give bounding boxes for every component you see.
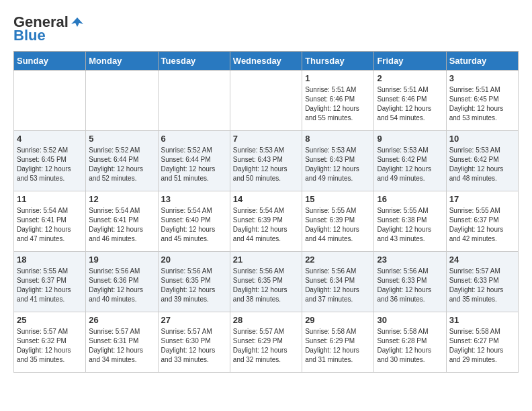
day-info: Sunrise: 5:58 AM Sunset: 6:28 PM Dayligh…: [377, 327, 443, 365]
weekday-header-saturday: Saturday: [446, 52, 518, 71]
day-info: Sunrise: 5:56 AM Sunset: 6:36 PM Dayligh…: [89, 267, 154, 304]
calendar-cell: 6Sunrise: 5:52 AM Sunset: 6:44 PM Daylig…: [158, 131, 230, 191]
day-info: Sunrise: 5:55 AM Sunset: 6:37 PM Dayligh…: [17, 267, 83, 304]
day-info: Sunrise: 5:54 AM Sunset: 6:39 PM Dayligh…: [233, 206, 299, 244]
day-number: 31: [449, 315, 515, 325]
day-info: Sunrise: 5:53 AM Sunset: 6:42 PM Dayligh…: [449, 146, 515, 183]
day-info: Sunrise: 5:52 AM Sunset: 6:44 PM Dayligh…: [89, 146, 154, 183]
calendar-cell: 28Sunrise: 5:57 AM Sunset: 6:29 PM Dayli…: [230, 312, 302, 373]
day-number: 22: [305, 255, 371, 265]
calendar-cell: 19Sunrise: 5:56 AM Sunset: 6:36 PM Dayli…: [86, 252, 158, 312]
calendar-cell: 29Sunrise: 5:58 AM Sunset: 6:29 PM Dayli…: [302, 312, 374, 373]
svg-marker-0: [71, 17, 83, 27]
calendar-cell: 13Sunrise: 5:54 AM Sunset: 6:40 PM Dayli…: [158, 191, 230, 252]
day-number: 1: [305, 73, 371, 83]
day-number: 23: [377, 255, 443, 265]
day-number: 17: [449, 194, 515, 204]
day-info: Sunrise: 5:54 AM Sunset: 6:41 PM Dayligh…: [17, 206, 83, 244]
calendar-cell: 30Sunrise: 5:58 AM Sunset: 6:28 PM Dayli…: [374, 312, 446, 373]
day-number: 7: [233, 134, 299, 144]
calendar-week-row: 11Sunrise: 5:54 AM Sunset: 6:41 PM Dayli…: [14, 191, 519, 252]
day-number: 12: [89, 194, 154, 204]
day-info: Sunrise: 5:51 AM Sunset: 6:46 PM Dayligh…: [305, 85, 371, 123]
day-number: 21: [233, 255, 299, 265]
weekday-header-row: SundayMondayTuesdayWednesdayThursdayFrid…: [14, 52, 519, 71]
day-info: Sunrise: 5:51 AM Sunset: 6:45 PM Dayligh…: [449, 85, 515, 123]
calendar-cell: 2Sunrise: 5:51 AM Sunset: 6:46 PM Daylig…: [374, 71, 446, 131]
day-info: Sunrise: 5:54 AM Sunset: 6:40 PM Dayligh…: [161, 206, 227, 244]
day-info: Sunrise: 5:55 AM Sunset: 6:38 PM Dayligh…: [377, 206, 443, 244]
day-number: 2: [377, 73, 443, 83]
day-number: 10: [449, 134, 515, 144]
day-info: Sunrise: 5:54 AM Sunset: 6:41 PM Dayligh…: [89, 206, 154, 244]
calendar-week-row: 25Sunrise: 5:57 AM Sunset: 6:32 PM Dayli…: [14, 312, 519, 373]
day-number: 5: [89, 134, 154, 144]
calendar-cell: 1Sunrise: 5:51 AM Sunset: 6:46 PM Daylig…: [302, 71, 374, 131]
day-info: Sunrise: 5:53 AM Sunset: 6:43 PM Dayligh…: [233, 146, 299, 183]
day-info: Sunrise: 5:56 AM Sunset: 6:33 PM Dayligh…: [377, 267, 443, 304]
calendar-cell: 7Sunrise: 5:53 AM Sunset: 6:43 PM Daylig…: [230, 131, 302, 191]
day-info: Sunrise: 5:57 AM Sunset: 6:30 PM Dayligh…: [161, 327, 227, 365]
day-info: Sunrise: 5:57 AM Sunset: 6:29 PM Dayligh…: [233, 327, 299, 365]
day-number: 24: [449, 255, 515, 265]
day-info: Sunrise: 5:55 AM Sunset: 6:37 PM Dayligh…: [449, 206, 515, 244]
calendar-cell: 22Sunrise: 5:56 AM Sunset: 6:34 PM Dayli…: [302, 252, 374, 312]
day-number: 15: [305, 194, 371, 204]
day-number: 13: [161, 194, 227, 204]
calendar-cell: 3Sunrise: 5:51 AM Sunset: 6:45 PM Daylig…: [446, 71, 518, 131]
calendar-cell: [86, 71, 158, 131]
calendar-cell: 21Sunrise: 5:56 AM Sunset: 6:35 PM Dayli…: [230, 252, 302, 312]
calendar-cell: 20Sunrise: 5:56 AM Sunset: 6:35 PM Dayli…: [158, 252, 230, 312]
calendar-cell: 11Sunrise: 5:54 AM Sunset: 6:41 PM Dayli…: [14, 191, 86, 252]
day-info: Sunrise: 5:55 AM Sunset: 6:39 PM Dayligh…: [305, 206, 371, 244]
day-info: Sunrise: 5:51 AM Sunset: 6:46 PM Dayligh…: [377, 85, 443, 123]
day-info: Sunrise: 5:56 AM Sunset: 6:34 PM Dayligh…: [305, 267, 371, 304]
calendar-cell: 31Sunrise: 5:58 AM Sunset: 6:27 PM Dayli…: [446, 312, 518, 373]
day-number: 14: [233, 194, 299, 204]
day-number: 16: [377, 194, 443, 204]
calendar-week-row: 18Sunrise: 5:55 AM Sunset: 6:37 PM Dayli…: [14, 252, 519, 312]
calendar-week-row: 4Sunrise: 5:52 AM Sunset: 6:45 PM Daylig…: [14, 131, 519, 191]
day-info: Sunrise: 5:57 AM Sunset: 6:31 PM Dayligh…: [89, 327, 154, 365]
calendar-cell: [158, 71, 230, 131]
day-number: 30: [377, 315, 443, 325]
calendar-cell: 16Sunrise: 5:55 AM Sunset: 6:38 PM Dayli…: [374, 191, 446, 252]
day-info: Sunrise: 5:57 AM Sunset: 6:32 PM Dayligh…: [17, 327, 83, 365]
day-number: 19: [89, 255, 154, 265]
calendar-week-row: 1Sunrise: 5:51 AM Sunset: 6:46 PM Daylig…: [14, 71, 519, 131]
calendar-cell: [14, 71, 86, 131]
day-info: Sunrise: 5:56 AM Sunset: 6:35 PM Dayligh…: [233, 267, 299, 304]
weekday-header-tuesday: Tuesday: [158, 52, 230, 71]
weekday-header-monday: Monday: [86, 52, 158, 71]
day-info: Sunrise: 5:58 AM Sunset: 6:29 PM Dayligh…: [305, 327, 371, 365]
calendar-cell: 5Sunrise: 5:52 AM Sunset: 6:44 PM Daylig…: [86, 131, 158, 191]
day-number: 3: [449, 73, 515, 83]
day-info: Sunrise: 5:56 AM Sunset: 6:35 PM Dayligh…: [161, 267, 227, 304]
day-number: 9: [377, 134, 443, 144]
day-number: 29: [305, 315, 371, 325]
calendar-cell: 18Sunrise: 5:55 AM Sunset: 6:37 PM Dayli…: [14, 252, 86, 312]
weekday-header-sunday: Sunday: [14, 52, 86, 71]
day-number: 26: [89, 315, 154, 325]
calendar-cell: 4Sunrise: 5:52 AM Sunset: 6:45 PM Daylig…: [14, 131, 86, 191]
day-info: Sunrise: 5:53 AM Sunset: 6:43 PM Dayligh…: [305, 146, 371, 183]
calendar-cell: 24Sunrise: 5:57 AM Sunset: 6:33 PM Dayli…: [446, 252, 518, 312]
day-number: 25: [17, 315, 83, 325]
day-info: Sunrise: 5:58 AM Sunset: 6:27 PM Dayligh…: [449, 327, 515, 365]
day-info: Sunrise: 5:57 AM Sunset: 6:33 PM Dayligh…: [449, 267, 515, 304]
calendar-cell: 26Sunrise: 5:57 AM Sunset: 6:31 PM Dayli…: [86, 312, 158, 373]
calendar-cell: 27Sunrise: 5:57 AM Sunset: 6:30 PM Dayli…: [158, 312, 230, 373]
day-info: Sunrise: 5:52 AM Sunset: 6:45 PM Dayligh…: [17, 146, 83, 183]
calendar-cell: 17Sunrise: 5:55 AM Sunset: 6:37 PM Dayli…: [446, 191, 518, 252]
logo: General Blue: [13, 13, 85, 44]
calendar-cell: 10Sunrise: 5:53 AM Sunset: 6:42 PM Dayli…: [446, 131, 518, 191]
day-info: Sunrise: 5:52 AM Sunset: 6:44 PM Dayligh…: [161, 146, 227, 183]
calendar-cell: 23Sunrise: 5:56 AM Sunset: 6:33 PM Dayli…: [374, 252, 446, 312]
day-info: Sunrise: 5:53 AM Sunset: 6:42 PM Dayligh…: [377, 146, 443, 183]
day-number: 27: [161, 315, 227, 325]
calendar-table: SundayMondayTuesdayWednesdayThursdayFrid…: [13, 51, 519, 373]
calendar-cell: [230, 71, 302, 131]
logo-blue-text: Blue: [13, 27, 46, 44]
header: General Blue: [13, 13, 519, 44]
calendar-cell: 15Sunrise: 5:55 AM Sunset: 6:39 PM Dayli…: [302, 191, 374, 252]
